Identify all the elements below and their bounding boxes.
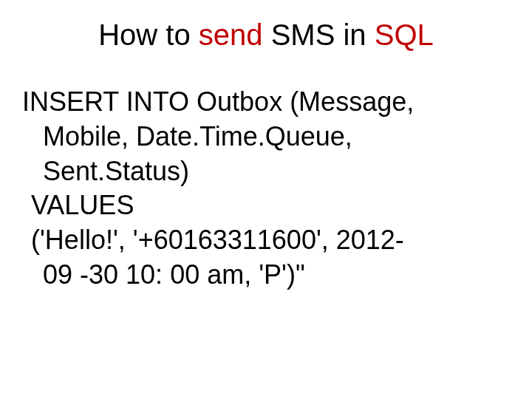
code-line-5: ('Hello!', '+60163311600', 2012- [22, 223, 510, 258]
code-block: INSERT INTO Outbox (Message, Mobile, Dat… [22, 85, 510, 293]
slide-title: How to send SMS in SQL [66, 18, 466, 52]
title-part2: SMS in [263, 18, 375, 51]
slide-container: How to send SMS in SQL INSERT INTO Outbo… [0, 0, 532, 399]
title-highlight2: SQL [375, 18, 434, 51]
code-line-1: INSERT INTO Outbox (Message, [22, 85, 510, 120]
code-line-4: VALUES [22, 188, 510, 223]
code-line-3: Sent.Status) [22, 154, 510, 189]
title-part1: How to [98, 18, 199, 51]
code-line-2: Mobile, Date.Time.Queue, [22, 120, 510, 154]
title-highlight1: send [199, 18, 263, 51]
code-line-6: 09 -30 10: 00 am, 'P')" [22, 258, 510, 293]
